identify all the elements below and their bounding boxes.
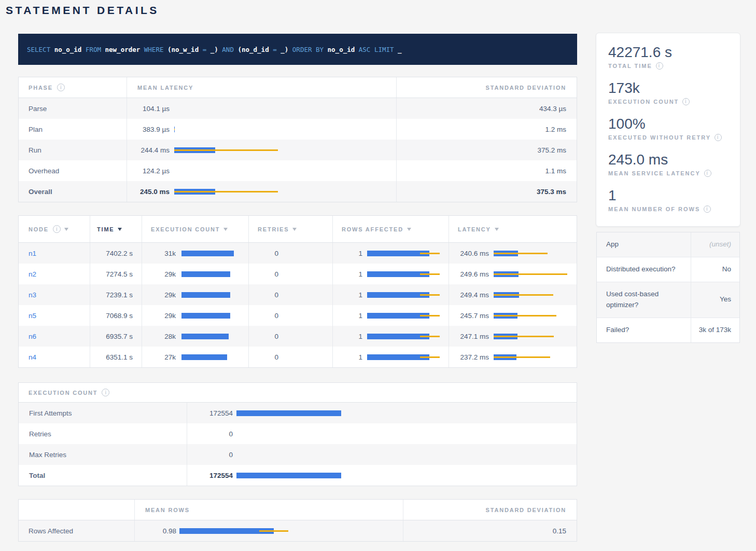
latency-bar: [174, 106, 278, 112]
rows-affected-value: 1: [342, 270, 362, 278]
latency-bar: [494, 271, 571, 277]
retries-value: 0: [258, 312, 278, 320]
node-link[interactable]: n6: [29, 333, 36, 340]
latency-bar: [174, 189, 278, 195]
attr-label: Used cost-based optimizer?: [597, 282, 691, 318]
stat-value: 100%: [608, 116, 728, 132]
exec-row-retries: Retries 0: [19, 423, 577, 444]
info-icon[interactable]: [715, 134, 722, 141]
latency-value: 245.7 ms: [458, 312, 489, 320]
node-link[interactable]: n1: [29, 250, 36, 257]
info-icon[interactable]: [53, 225, 61, 233]
rows-affected-value: 1: [342, 353, 362, 361]
rows-affected-table: MEAN ROWS STANDARD DEVIATION Rows Affect…: [18, 499, 577, 542]
exec-row-first-attempts: First Attempts 172554: [19, 403, 577, 423]
attr-label: Distributed execution?: [597, 257, 691, 282]
rows-affected-bar: [367, 251, 440, 256]
time-value: 7274.5 s: [90, 264, 142, 284]
info-icon[interactable]: [102, 389, 109, 396]
node-table-header: NODE TIME EXECUTION COUNT RETRIES ROWS A…: [19, 216, 577, 243]
execution-count-bar: [181, 271, 234, 277]
count-value: 0: [188, 451, 233, 459]
rows-affected-value: 1: [342, 312, 362, 320]
count-bar: [236, 410, 341, 416]
rows-affected-bar: [367, 292, 440, 298]
execution-count-bar: [181, 292, 234, 298]
col-header-node[interactable]: NODE: [19, 216, 90, 242]
sort-arrow-icon: [407, 228, 411, 231]
execution-count-value: 29k: [151, 312, 176, 320]
node-row: n5 7068.9 s 29k 0 1 245.7 ms: [19, 305, 577, 326]
retries-value: 0: [258, 250, 278, 257]
stat-total-time: 42271.6 s TOTAL TIME: [608, 44, 728, 70]
sql-statement-box: SELECT no_o_id FROM new_order WHERE (no_…: [18, 34, 577, 65]
stat-label: EXECUTION COUNT: [608, 99, 679, 105]
node-row: n4 6351.1 s 27k 0 1 237.2 ms: [19, 347, 577, 367]
phase-label: Overall: [29, 188, 52, 196]
node-link[interactable]: n3: [29, 291, 36, 299]
latency-bar: [494, 292, 571, 298]
col-header-time[interactable]: TIME: [90, 216, 142, 242]
phase-label: Parse: [29, 105, 47, 113]
stat-label: MEAN NUMBER OF ROWS: [608, 206, 700, 212]
info-icon[interactable]: [704, 205, 711, 213]
stddev-value: 0.15: [403, 520, 577, 541]
info-icon[interactable]: [656, 62, 663, 70]
distributed-execution-row: Distributed execution? No: [597, 257, 739, 282]
phase-row-plan: Plan 383.9 µs 1.2 ms: [19, 119, 577, 140]
page-title: STATEMENT DETAILS: [6, 4, 159, 17]
phase-row-overall: Overall 245.0 ms 375.3 ms: [19, 181, 577, 202]
col-header-execution-count[interactable]: EXECUTION COUNT: [142, 216, 248, 242]
execution-count-value: 27k: [151, 353, 176, 361]
latency-bar: [494, 354, 571, 360]
time-value: 6351.1 s: [90, 347, 142, 367]
stat-label: EXECUTED WITHOUT RETRY: [608, 134, 711, 141]
retries-value: 0: [258, 291, 278, 299]
time-value: 6935.7 s: [90, 326, 142, 347]
attr-label: Failed?: [597, 318, 691, 342]
col-header-standard-deviation: STANDARD DEVIATION: [396, 77, 577, 98]
section-title: EXECUTION COUNT: [29, 390, 97, 396]
col-header-latency[interactable]: LATENCY: [449, 216, 577, 242]
count-bar: [236, 452, 341, 458]
col-header-empty: [19, 500, 134, 520]
col-header-mean-rows: MEAN ROWS: [134, 500, 403, 520]
count-value: 0: [188, 430, 233, 438]
stat-value: 1: [608, 187, 728, 204]
node-row: n2 7274.5 s 29k 0 1 249.6 ms: [19, 264, 577, 284]
attr-label: App: [597, 232, 691, 257]
rows-affected-bar: [367, 313, 440, 319]
retries-value: 0: [258, 270, 278, 278]
info-icon[interactable]: [682, 98, 690, 105]
mean-rows-bar: [179, 528, 288, 534]
rows-affected-value: 1: [342, 291, 362, 299]
execution-count-table: EXECUTION COUNT First Attempts 172554 Re…: [18, 382, 577, 486]
info-icon[interactable]: [57, 84, 65, 91]
col-header-retries[interactable]: RETRIES: [248, 216, 332, 242]
retries-value: 0: [258, 353, 278, 361]
row-label: Retries: [29, 430, 51, 438]
node-link[interactable]: n2: [29, 270, 36, 278]
execution-count-bar: [181, 334, 234, 339]
rows-affected-value: 1: [342, 250, 362, 257]
sort-arrow-icon: [292, 228, 297, 231]
latency-bar: [494, 334, 571, 339]
failed-row: Failed? 3k of 173k: [597, 318, 739, 342]
row-label: First Attempts: [29, 409, 72, 417]
info-icon[interactable]: [704, 170, 711, 177]
stat-executed-without-retry: 100% EXECUTED WITHOUT RETRY: [608, 116, 728, 141]
sort-arrow-icon: [495, 228, 499, 231]
retries-value: 0: [258, 333, 278, 340]
execution-count-value: 31k: [151, 250, 176, 257]
node-link[interactable]: n5: [29, 312, 36, 320]
node-row: n1 7402.2 s 31k 0 1 240.6 ms: [19, 243, 577, 264]
stat-label: MEAN SERVICE LATENCY: [608, 170, 701, 176]
stat-value: 173k: [608, 80, 728, 97]
col-header-rows-affected[interactable]: ROWS AFFECTED: [332, 216, 449, 242]
count-bar: [236, 431, 341, 437]
phase-row-parse: Parse 104.1 µs 434.3 µs: [19, 98, 577, 119]
stat-mean-service-latency: 245.0 ms MEAN SERVICE LATENCY: [608, 151, 728, 177]
latency-value: 249.4 ms: [458, 291, 489, 299]
node-link[interactable]: n4: [29, 353, 36, 361]
node-row: n6 6935.7 s 28k 0 1 247.1 ms: [19, 326, 577, 347]
